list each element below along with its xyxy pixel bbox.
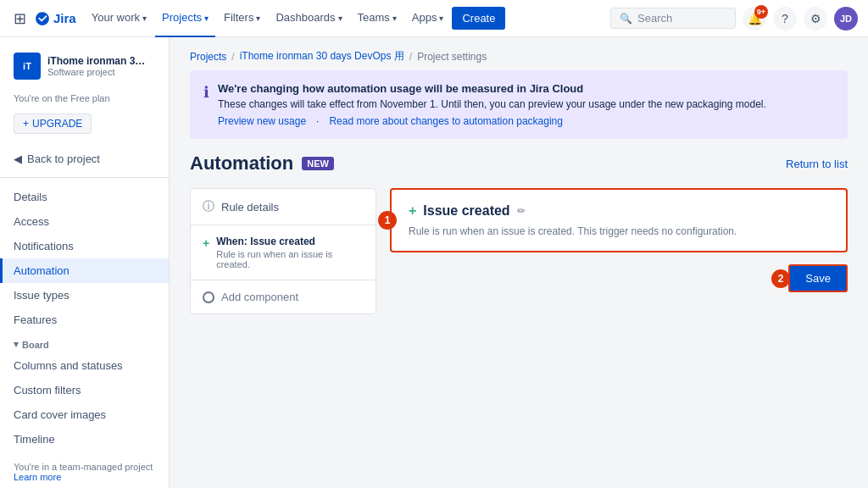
issue-created-desc: Rule is run when an issue is created. Th… — [409, 225, 829, 237]
breadcrumb: Projects / iThome ironman 30 days DevOps… — [170, 37, 868, 70]
nav-dashboards[interactable]: Dashboards — [269, 0, 348, 37]
back-icon: ◀ — [14, 152, 22, 165]
issue-created-title: Issue created — [423, 203, 509, 219]
sidebar-item-access[interactable]: Access — [0, 209, 169, 234]
chevron-icon — [392, 11, 397, 24]
breadcrumb-projects[interactable]: Projects — [190, 51, 226, 63]
help-button[interactable]: ? — [773, 7, 797, 30]
automation-area: Automation NEW Return to list ⓘ Rule det… — [170, 152, 868, 335]
nav-projects[interactable]: Projects — [155, 0, 215, 37]
sidebar-footer: You're in a team-managed project Learn m… — [0, 452, 169, 488]
step-2-badge: 2 — [771, 269, 790, 288]
add-component-row[interactable]: Add component — [191, 280, 376, 313]
automation-columns: ⓘ Rule details + When: Issue created Rul… — [190, 188, 848, 314]
board-section-header[interactable]: ▾ Board — [0, 332, 169, 353]
issue-created-header: + Issue created ✏ — [409, 203, 829, 219]
new-badge: NEW — [302, 157, 334, 170]
banner-title: We're changing how automation usage will… — [218, 82, 766, 95]
banner-desc: These changes will take effect from Nove… — [218, 98, 766, 110]
sidebar-item-automation[interactable]: Automation — [0, 258, 169, 283]
breadcrumb-current: Project settings — [417, 51, 487, 63]
grid-icon[interactable]: ⊞ — [10, 6, 30, 31]
project-avatar: iT — [14, 53, 41, 80]
notification-badge: 9+ — [754, 5, 768, 19]
left-column: ⓘ Rule details + When: Issue created Rul… — [190, 188, 376, 314]
banner-links: Preview new usage · Read more about chan… — [218, 115, 766, 127]
read-more-link[interactable]: Read more about changes to automation pa… — [329, 115, 563, 127]
plus-icon: + — [203, 236, 209, 250]
topnav-right: 🔍 Search 🔔 9+ ? ⚙ JD — [610, 7, 858, 30]
automation-header: Automation NEW Return to list — [190, 152, 848, 175]
save-button[interactable]: Save — [788, 264, 848, 292]
chevron-icon — [338, 11, 342, 24]
chevron-icon — [256, 11, 260, 24]
when-title: When: Issue created — [216, 236, 364, 247]
rule-details-row: ⓘ Rule details — [191, 189, 376, 225]
search-icon: 🔍 — [620, 13, 632, 25]
search-box[interactable]: 🔍 Search — [610, 8, 736, 29]
sidebar-item-custom-filters[interactable]: Custom filters — [0, 378, 169, 402]
sidebar-item-details[interactable]: Details — [0, 185, 169, 209]
sidebar-item-notifications[interactable]: Notifications — [0, 234, 169, 258]
learn-more-link[interactable]: Learn more — [14, 472, 61, 482]
sidebar-item-columns[interactable]: Columns and statuses — [0, 353, 169, 378]
sidebar-project: iT iThome ironman 30 da... Software proj… — [0, 47, 169, 90]
project-type: Software project — [47, 67, 149, 77]
nav-your-work[interactable]: Your work — [85, 0, 153, 37]
gear-icon: ⚙ — [810, 12, 821, 25]
when-row[interactable]: + When: Issue created Rule is run when a… — [191, 225, 376, 280]
sidebar-item-card-cover-images[interactable]: Card cover images — [0, 402, 169, 427]
when-desc: Rule is run when an issue is created. — [216, 249, 364, 269]
automation-banner: ℹ We're changing how automation usage wi… — [190, 70, 848, 139]
notifications-button[interactable]: 🔔 9+ — [743, 7, 766, 30]
info-icon: ℹ — [203, 83, 209, 102]
rule-details-section: ⓘ Rule details — [191, 189, 376, 225]
help-icon: ? — [782, 12, 788, 25]
when-info: When: Issue created Rule is run when an … — [216, 236, 364, 269]
main-content: Projects / iThome ironman 30 days DevOps… — [170, 37, 868, 488]
banner-content: We're changing how automation usage will… — [218, 82, 766, 127]
topnav: ⊞ Jira Your work Projects Filters Dashbo… — [0, 0, 868, 37]
chevron-down-icon: ▾ — [14, 339, 19, 350]
nav-filters[interactable]: Filters — [217, 0, 267, 37]
jira-logo[interactable]: Jira — [35, 11, 76, 26]
settings-button[interactable]: ⚙ — [804, 7, 827, 30]
save-area: 2 Save — [390, 264, 848, 292]
right-col-wrapper: 1 + Issue created ✏ Rule is run when an … — [390, 188, 848, 252]
left-panel: ⓘ Rule details + When: Issue created Rul… — [190, 188, 376, 314]
main-layout: iT iThome ironman 30 da... Software proj… — [0, 37, 868, 488]
right-column: 1 + Issue created ✏ Rule is run when an … — [390, 188, 848, 314]
sidebar-item-timeline[interactable]: Timeline — [0, 427, 169, 452]
plus-icon: + — [23, 118, 29, 130]
chevron-icon — [142, 11, 147, 24]
step-1-badge: 1 — [378, 211, 397, 230]
breadcrumb-sep: / — [409, 51, 412, 63]
edit-icon[interactable]: ✏ — [517, 205, 526, 217]
issue-created-panel: + Issue created ✏ Rule is run when an is… — [390, 188, 848, 252]
avatar[interactable]: JD — [834, 7, 858, 30]
project-name: iThome ironman 30 da... — [47, 55, 149, 67]
return-to-list-link[interactable]: Return to list — [786, 158, 848, 170]
plan-label: You're on the Free plan — [0, 90, 169, 114]
info-circle-icon: ⓘ — [203, 199, 214, 214]
nav-apps[interactable]: Apps — [405, 0, 451, 37]
automation-title: Automation — [190, 152, 293, 175]
breadcrumb-sep: / — [231, 51, 234, 63]
preview-usage-link[interactable]: Preview new usage — [218, 115, 306, 127]
divider — [0, 177, 169, 178]
sidebar: iT iThome ironman 30 da... Software proj… — [0, 37, 170, 488]
nav-teams[interactable]: Teams — [351, 0, 403, 37]
chevron-icon — [439, 11, 443, 24]
plus-green-icon: + — [409, 203, 416, 219]
topnav-nav: Your work Projects Filters Dashboards Te… — [85, 0, 605, 37]
sidebar-item-features[interactable]: Features — [0, 308, 169, 332]
create-button[interactable]: Create — [452, 7, 505, 30]
sidebar-project-info: iThome ironman 30 da... Software project — [47, 55, 149, 77]
chevron-icon — [204, 11, 209, 24]
breadcrumb-project-name[interactable]: iThome ironman 30 days DevOps 用 — [240, 49, 404, 64]
back-to-project[interactable]: ◀ Back to project — [0, 147, 169, 170]
upgrade-button[interactable]: + UPGRADE — [14, 114, 92, 134]
circle-icon — [203, 291, 214, 303]
sidebar-item-issue-types[interactable]: Issue types — [0, 283, 169, 308]
